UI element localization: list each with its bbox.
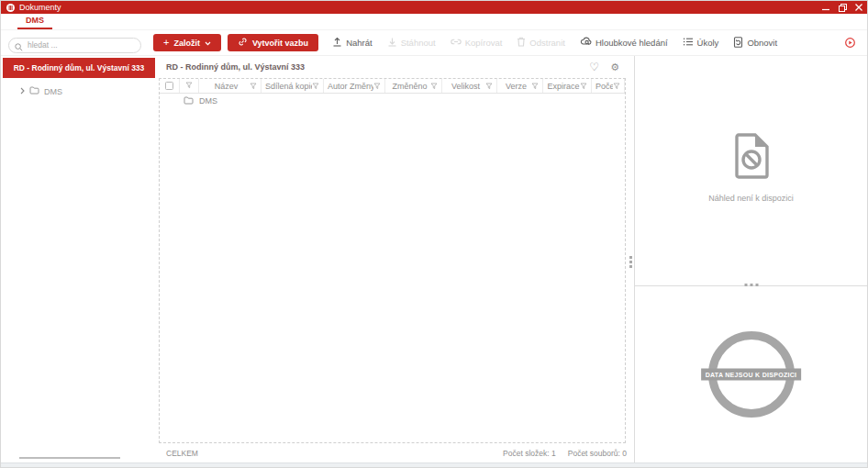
search-icon xyxy=(15,39,23,55)
no-preview-icon xyxy=(732,133,771,183)
window-bottom-edge xyxy=(1,462,867,467)
column-header-expirace[interactable]: Expirace xyxy=(543,79,592,93)
filter-icon[interactable] xyxy=(185,82,193,91)
odstranit-button[interactable]: Odstranit xyxy=(517,37,565,49)
refresh-file-icon xyxy=(733,37,743,50)
folder-count: Počet složek: 1 xyxy=(503,449,556,458)
filter-icon[interactable] xyxy=(430,83,438,90)
column-header-velikost[interactable]: Velikost xyxy=(442,79,497,93)
column-label: Název xyxy=(203,82,250,91)
column-header-pocet-kopii[interactable]: Počet kopií xyxy=(592,79,625,93)
tree-item-label: DMS xyxy=(44,87,62,96)
empty-donut-chart: DATA NEJSOU K DISPOZICI xyxy=(708,331,795,418)
footer-total-label: CELKEM xyxy=(166,449,198,458)
breadcrumb: RD - Rodinný dům, ul. Výstavní 333 xyxy=(166,62,305,72)
folder-icon xyxy=(29,86,39,96)
column-label: Autor Změny xyxy=(328,82,373,91)
column-label: Počet kopií xyxy=(595,82,613,91)
column-header-nazev[interactable]: Název xyxy=(199,79,262,93)
search-input[interactable] xyxy=(8,38,141,53)
filter-icon[interactable] xyxy=(312,83,319,90)
title-bar: Dokumenty xyxy=(1,1,867,14)
filter-icon[interactable] xyxy=(580,83,587,90)
right-panel: Náhled není k dispozici DATA NEJSOU K DI… xyxy=(635,56,867,462)
chain-icon xyxy=(451,37,462,49)
close-button[interactable] xyxy=(851,1,867,14)
vytvorit-vazbu-button[interactable]: Vytvořit vazbu xyxy=(228,34,318,51)
app-logo-icon xyxy=(6,4,15,12)
obnovit-button[interactable]: Obnovit xyxy=(733,37,777,50)
column-label: Změněno xyxy=(389,82,430,91)
search-box xyxy=(8,35,141,50)
hloubkove-hledani-button[interactable]: Hloubkové hledání xyxy=(580,37,668,49)
favorite-icon[interactable]: ♡ xyxy=(589,61,599,72)
table-row[interactable]: DMS xyxy=(160,94,625,107)
plus-icon: + xyxy=(163,38,169,48)
column-header-zmeneno[interactable]: Změněno xyxy=(385,79,442,93)
splitter-handle-icon[interactable] xyxy=(629,256,632,268)
folder-icon xyxy=(184,96,194,105)
record-play-icon[interactable] xyxy=(845,35,855,51)
no-data-badge: DATA NEJSOU K DISPOZICI xyxy=(701,369,802,381)
row-filter-cell xyxy=(180,79,200,93)
ukoly-button[interactable]: Úkoly xyxy=(683,37,719,49)
cloud-search-icon xyxy=(580,37,592,49)
select-all-cell xyxy=(160,79,180,93)
preview-panel: Náhled není k dispozici xyxy=(635,56,867,285)
stahnout-button[interactable]: Stáhnout xyxy=(387,37,436,49)
column-label: Expirace xyxy=(547,82,580,91)
table-header-row: NázevSdílená kopieAutor ZměnyZměněnoVeli… xyxy=(160,79,625,94)
upload-icon xyxy=(332,37,342,49)
filter-icon[interactable] xyxy=(531,83,539,90)
minimize-button[interactable] xyxy=(818,1,834,14)
column-header-autor-zmeny[interactable]: Autor Změny xyxy=(324,79,385,93)
tab-bar: DMS xyxy=(1,14,867,30)
content-area: RD - Rodinný dům, ul. Výstavní 333 DMS R… xyxy=(1,56,867,462)
zalozit-button[interactable]: + Založit xyxy=(153,34,221,51)
tree-item-dms[interactable]: DMS xyxy=(20,86,157,96)
window-title: Dokumenty xyxy=(19,1,61,14)
tasks-icon xyxy=(683,37,694,49)
column-label: Velikost xyxy=(446,82,485,91)
main-panel: RD - Rodinný dům, ul. Výstavní 333 ♡ ⚙ xyxy=(157,56,634,462)
column-header-sdilena-kopie[interactable]: Sdílená kopie xyxy=(262,79,324,93)
restore-button[interactable] xyxy=(834,1,851,14)
file-count: Počet souborů: 0 xyxy=(568,449,627,458)
breadcrumb-bar: RD - Rodinný dům, ul. Výstavní 333 ♡ ⚙ xyxy=(157,56,634,78)
link-icon xyxy=(238,37,248,49)
sidebar-scrollbar[interactable] xyxy=(19,457,120,459)
column-label: Verze xyxy=(501,82,531,91)
toolbar: + Založit Vytvořit vazbu Nahrát Stáhnout xyxy=(1,30,867,56)
table-footer: CELKEM Počet složek: 1 Počet souborů: 0 xyxy=(157,443,634,462)
filter-icon[interactable] xyxy=(250,83,257,90)
nahrat-button[interactable]: Nahrát xyxy=(332,37,373,49)
documents-table: NázevSdílená kopieAutor ZměnyZměněnoVeli… xyxy=(159,78,626,443)
filter-icon[interactable] xyxy=(485,83,493,90)
download-icon xyxy=(387,37,397,49)
filter-icon[interactable] xyxy=(373,83,381,90)
table-body: DMS xyxy=(160,94,625,442)
select-all-checkbox[interactable] xyxy=(165,82,173,90)
row-name: DMS xyxy=(199,96,217,106)
no-preview-message: Náhled není k dispozici xyxy=(708,194,794,203)
kopirovat-button[interactable]: Kopírovat xyxy=(451,37,503,49)
tree-expander-icon[interactable] xyxy=(20,87,25,96)
settings-icon[interactable]: ⚙ xyxy=(610,62,619,72)
chevron-down-icon xyxy=(205,39,211,48)
column-header-verze[interactable]: Verze xyxy=(497,79,543,93)
tab-dms[interactable]: DMS xyxy=(17,14,52,29)
statistics-panel: DATA NEJSOU K DISPOZICI xyxy=(635,286,867,462)
filter-icon[interactable] xyxy=(613,83,620,90)
column-label: Sdílená kopie xyxy=(265,82,312,91)
trash-icon xyxy=(517,37,526,49)
app-window: Dokumenty DMS + Založit xyxy=(0,0,868,468)
sidebar: RD - Rodinný dům, ul. Výstavní 333 DMS xyxy=(1,56,157,462)
sidebar-project-selected[interactable]: RD - Rodinný dům, ul. Výstavní 333 xyxy=(3,58,155,78)
